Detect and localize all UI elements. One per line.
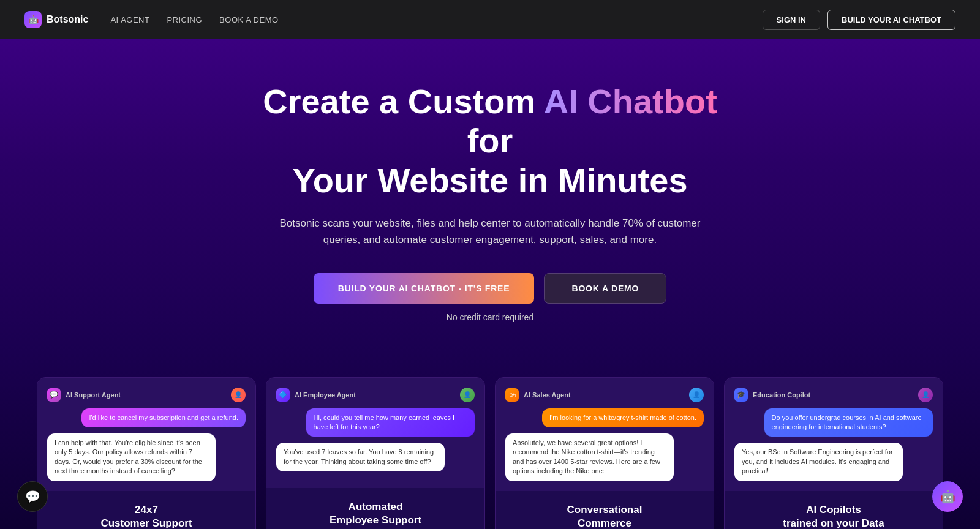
msg-bot-2: You've used 7 leaves so far. You have 8 …	[276, 443, 445, 471]
nav-links: AI AGENT PRICING BOOK A DEMO	[110, 15, 278, 24]
employee-agent-icon: 🔷	[276, 388, 290, 402]
hero-title-part2: forYour Website in Minutes	[292, 121, 687, 199]
hero-subtitle: Botsonic scans your website, files and h…	[276, 215, 704, 248]
hero-title-gradient: AI Chatbot	[544, 82, 717, 121]
hero-title: Create a Custom AI Chatbot forYour Websi…	[251, 82, 729, 200]
cards-section: 💬 AI Support Agent 👤 I'd like to cancel …	[0, 353, 980, 529]
msg-bot-3: Absolutely, we have several great option…	[505, 433, 674, 481]
card-education: 🎓 Education Copilot 👤 Do you offer under…	[724, 377, 943, 529]
nav-right: SIGN IN BUILD YOUR AI CHATBOT	[763, 10, 956, 30]
card-preview-3: 🛍 AI Sales Agent 👤 I'm looking for a whi…	[496, 378, 714, 491]
card-commerce: 🛍 AI Sales Agent 👤 I'm looking for a whi…	[495, 377, 714, 529]
chat-header-left-1: 💬 AI Support Agent	[47, 388, 121, 402]
avatar-3: 👤	[689, 388, 704, 402]
logo[interactable]: 🤖 Botsonic	[24, 11, 88, 28]
chat-header-left-4: 🎓 Education Copilot	[734, 388, 810, 402]
nav-left: 🤖 Botsonic AI AGENT PRICING BOOK A DEMO	[24, 11, 279, 28]
card-preview-4: 🎓 Education Copilot 👤 Do you offer under…	[725, 378, 943, 491]
agent-name-3: AI Sales Agent	[524, 391, 571, 399]
hero-section: Create a Custom AI Chatbot forYour Websi…	[0, 39, 980, 353]
msg-user-1: I'd like to cancel my subscription and g…	[81, 408, 246, 427]
agent-name-2: AI Employee Agent	[295, 391, 356, 399]
card-footer-4: AI Copilotstrained on your Data	[725, 491, 943, 530]
msg-user-3: I'm looking for a white/grey t-shirt mad…	[542, 408, 704, 427]
avatar-4: 👤	[918, 388, 933, 402]
card-employee-support: 🔷 AI Employee Agent 👤 Hi, could you tell…	[266, 377, 485, 529]
navbar: 🤖 Botsonic AI AGENT PRICING BOOK A DEMO …	[0, 0, 980, 39]
sales-agent-icon: 🛍	[505, 388, 519, 402]
msg-bot-1: I can help with that. You're eligible si…	[47, 433, 216, 481]
msg-bot-4: Yes, our BSc in Software Engineering is …	[734, 443, 903, 481]
chat-header-4: 🎓 Education Copilot 👤	[734, 388, 933, 402]
chat-header-1: 💬 AI Support Agent 👤	[47, 388, 246, 402]
card-footer-1: 24x7Customer Support	[37, 491, 255, 530]
support-agent-icon: 💬	[47, 388, 61, 402]
chat-widget-button[interactable]: 💬	[17, 481, 48, 512]
card-title-2: AutomatedEmployee Support	[276, 500, 475, 527]
chat-header-left-3: 🛍 AI Sales Agent	[505, 388, 571, 402]
chat-header-left-2: 🔷 AI Employee Agent	[276, 388, 356, 402]
build-chatbot-nav-button[interactable]: BUILD YOUR AI CHATBOT	[827, 10, 956, 30]
chat-header-2: 🔷 AI Employee Agent 👤	[276, 388, 475, 402]
chat-widget-icon: 💬	[25, 489, 40, 504]
card-preview-2: 🔷 AI Employee Agent 👤 Hi, could you tell…	[266, 378, 484, 488]
botsonic-widget-button[interactable]: 🤖	[932, 481, 963, 512]
nav-link-book-demo[interactable]: BOOK A DEMO	[219, 15, 279, 24]
hero-buttons: BUILD YOUR AI CHATBOT - IT'S FREE BOOK A…	[24, 273, 956, 304]
msg-user-2: Hi, could you tell me how many earned le…	[306, 408, 475, 437]
book-demo-cta-button[interactable]: BOOK A DEMO	[544, 273, 666, 304]
signin-button[interactable]: SIGN IN	[763, 10, 820, 30]
msg-user-4: Do you offer undergrad courses in AI and…	[764, 408, 933, 437]
avatar-2: 👤	[460, 388, 475, 402]
card-customer-support: 💬 AI Support Agent 👤 I'd like to cancel …	[37, 377, 256, 529]
build-chatbot-cta-button[interactable]: BUILD YOUR AI CHATBOT - IT'S FREE	[314, 273, 535, 304]
agent-name-1: AI Support Agent	[66, 391, 121, 399]
nav-link-pricing[interactable]: PRICING	[167, 15, 202, 24]
card-title-1: 24x7Customer Support	[47, 503, 246, 530]
education-agent-icon: 🎓	[734, 388, 748, 402]
chat-header-3: 🛍 AI Sales Agent 👤	[505, 388, 704, 402]
avatar-1: 👤	[231, 388, 246, 402]
no-credit-card-text: No credit card required	[24, 312, 956, 322]
hero-title-part1: Create a Custom	[263, 82, 544, 121]
card-footer-3: ConversationalCommerce	[496, 491, 714, 530]
logo-text: Botsonic	[47, 14, 88, 25]
agent-name-4: Education Copilot	[753, 391, 810, 399]
logo-icon: 🤖	[24, 11, 42, 28]
nav-link-ai-agent[interactable]: AI AGENT	[110, 15, 149, 24]
card-title-3: ConversationalCommerce	[505, 503, 704, 530]
cards-grid: 💬 AI Support Agent 👤 I'd like to cancel …	[37, 377, 943, 529]
card-preview-1: 💬 AI Support Agent 👤 I'd like to cancel …	[37, 378, 255, 491]
botsonic-widget-icon: 🤖	[940, 489, 956, 504]
card-title-4: AI Copilotstrained on your Data	[734, 503, 933, 530]
card-footer-2: AutomatedEmployee Support	[266, 488, 484, 529]
